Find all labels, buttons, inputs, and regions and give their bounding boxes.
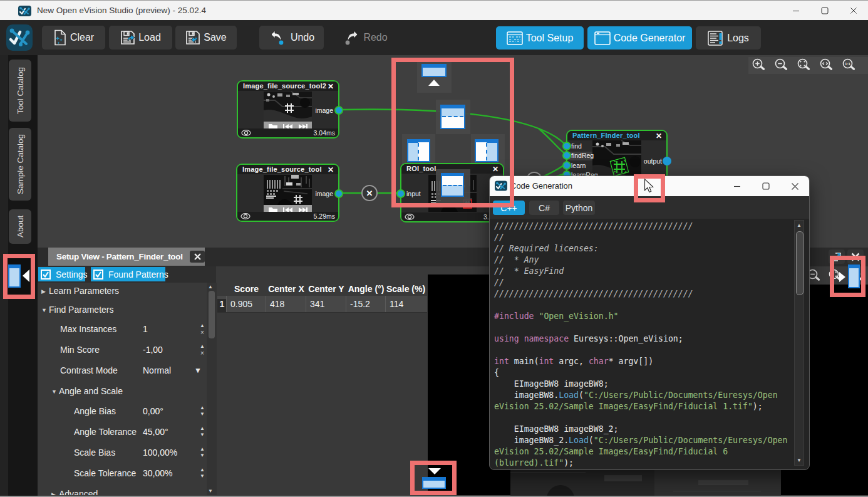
output-port[interactable]: [334, 189, 343, 198]
zoom-1:1-icon[interactable]: 1:1: [842, 58, 857, 73]
tool-setup-button[interactable]: Tool Setup: [496, 26, 584, 50]
window-minimize-button[interactable]: [782, 1, 810, 20]
spin-up-icon[interactable]: ▲: [200, 344, 205, 348]
redo-button[interactable]: Redo: [333, 26, 396, 50]
code-window-maximize-button[interactable]: [752, 176, 780, 196]
table-row[interactable]: 10.905418341-15.2114: [217, 296, 427, 313]
tree-row-value[interactable]: Normal: [143, 365, 171, 375]
table-header-scale[interactable]: Scale (%): [386, 284, 426, 294]
expand-arrow-icon[interactable]: ▶: [41, 288, 46, 295]
code-line: //: [494, 232, 787, 243]
tree-row-value[interactable]: 45,00°: [143, 427, 168, 437]
input-port[interactable]: [562, 142, 571, 150]
tree-row-angle-and-scale[interactable]: ▼Angle and Scale: [38, 385, 207, 399]
tree-row-learn-parameters[interactable]: ▶Learn Parameters: [38, 285, 207, 298]
spin-down-icon[interactable]: ▼: [200, 412, 205, 416]
node-close-icon[interactable]: ✕: [328, 82, 334, 91]
tree-row-find-parameters[interactable]: ▼Find Parameters: [38, 303, 207, 317]
tree-row-label: Min Score: [60, 345, 100, 355]
tree-row-max-instances[interactable]: Max Instances1▲×: [38, 323, 207, 337]
tree-row-min-score[interactable]: Min Score-1,00▲×: [38, 343, 207, 357]
sidebar-tab-sample-catalog[interactable]: Sample Catalog: [9, 128, 31, 201]
spin-down-icon[interactable]: ▼: [200, 474, 205, 478]
code-window-close-button[interactable]: [780, 176, 809, 196]
input-port[interactable]: [562, 151, 571, 160]
code-editor[interactable]: ////////////////////////////////////////…: [490, 219, 809, 469]
tree-scrollbar[interactable]: ▲ ▼: [207, 283, 217, 495]
tree-row-value[interactable]: 1: [143, 324, 148, 334]
node-image-file-source-tool2[interactable]: Image_file_source_tool2 ✕: [237, 80, 339, 139]
spin-up-icon[interactable]: ▲: [200, 468, 205, 472]
tree-row-value[interactable]: 30,00%: [143, 468, 172, 478]
tree-row-value[interactable]: -1,00: [143, 345, 163, 355]
window-close-button[interactable]: [839, 1, 868, 20]
visibility-eye-icon[interactable]: [240, 213, 251, 219]
scrollbar-thumb[interactable]: [796, 231, 803, 295]
setup-view-tab-close-button[interactable]: [190, 251, 205, 263]
disconnect-connection-button[interactable]: ✕: [361, 185, 378, 201]
table-header-angle[interactable]: Angle (°): [346, 284, 386, 294]
table-header-score[interactable]: Score: [227, 284, 266, 294]
clear-button[interactable]: Clear: [42, 26, 105, 50]
spin-up-icon[interactable]: ▲: [200, 426, 205, 431]
node-header[interactable]: Image_file_source_tool2 ✕: [238, 81, 338, 91]
toggle-found-patterns[interactable]: Found Patterns: [91, 267, 165, 281]
visibility-eye-icon[interactable]: [241, 130, 251, 136]
tree-row-value[interactable]: 100,00%: [143, 447, 177, 458]
spin-down-icon[interactable]: ▼: [200, 432, 205, 437]
zoom-out-icon[interactable]: [774, 58, 789, 73]
dropdown-arrow-icon[interactable]: ▼: [194, 366, 202, 375]
logs-button[interactable]: Logs: [696, 26, 761, 50]
sidebar-tab-tool-catalog[interactable]: Tool Catalog: [9, 60, 31, 122]
window-maximize-button[interactable]: [810, 1, 839, 20]
tree-row-contrast-mode[interactable]: Contrast ModeNormal▼: [38, 364, 207, 378]
tree-row-scale-bias[interactable]: Scale Bias100,00%▲▼: [38, 446, 207, 460]
node-close-icon[interactable]: ✕: [328, 165, 334, 174]
table-header-centery[interactable]: Center Y: [306, 284, 346, 294]
collapse-arrow-icon[interactable]: ▼: [51, 389, 57, 395]
clear-value-icon[interactable]: ×: [200, 330, 204, 335]
toggle-settings[interactable]: Settings: [38, 267, 85, 281]
scroll-up-icon[interactable]: ▲: [208, 284, 213, 290]
collapse-arrow-icon[interactable]: ▼: [41, 307, 47, 313]
scroll-down-icon[interactable]: ▼: [797, 458, 802, 463]
node-close-icon[interactable]: ✕: [656, 132, 662, 140]
tree-row-advanced[interactable]: ▶Advanced: [38, 488, 207, 495]
tree-row-scale-tolerance[interactable]: Scale Tolerance30,00%▲▼: [38, 467, 207, 481]
code-tab-c#[interactable]: C#: [529, 201, 559, 215]
zoom-in-icon[interactable]: [752, 58, 767, 73]
output-port[interactable]: [334, 106, 343, 115]
code-tab-python[interactable]: Python: [563, 201, 595, 215]
scrollbar-thumb[interactable]: [209, 291, 215, 338]
node-header[interactable]: Pattern_FInder_tool ✕: [567, 131, 666, 140]
clear-value-icon[interactable]: ×: [200, 351, 204, 355]
parameter-tree: ▶Learn Parameters▼Find ParametersMax Ins…: [38, 283, 207, 495]
expand-arrow-icon[interactable]: ▶: [51, 491, 56, 495]
output-port[interactable]: [663, 157, 671, 165]
setup-view-tab[interactable]: Setup View - Pattern_Finder_tool: [48, 248, 205, 266]
zoom-width-icon[interactable]: [819, 58, 834, 73]
visibility-eye-icon[interactable]: [405, 214, 415, 220]
node-header[interactable]: Image_file_source_tool ✕: [237, 165, 338, 174]
spin-down-icon[interactable]: ▼: [200, 453, 205, 458]
scroll-up-icon[interactable]: ▲: [797, 222, 802, 228]
code-generator-button[interactable]: Code Generator: [587, 26, 692, 50]
scroll-down-icon[interactable]: ▼: [208, 488, 213, 494]
code-scrollbar[interactable]: ▲ ▼: [794, 220, 804, 466]
spin-up-icon[interactable]: ▲: [200, 405, 205, 410]
spin-up-icon[interactable]: ▲: [200, 323, 205, 328]
load-button[interactable]: Load: [109, 26, 172, 50]
input-port-label: learn: [571, 162, 586, 169]
tree-row-angle-tolerance[interactable]: Angle Tolerance45,00°▲▼: [38, 426, 207, 439]
table-header-centerx[interactable]: Center X: [266, 284, 306, 294]
zoom-fit-icon[interactable]: [797, 58, 812, 73]
save-button[interactable]: Save: [175, 26, 237, 50]
node-image-file-source-tool[interactable]: Image_file_source_tool ✕: [236, 164, 339, 222]
spin-up-icon[interactable]: ▲: [200, 447, 205, 451]
tree-row-angle-bias[interactable]: Angle Bias0,00°▲▼: [38, 405, 207, 419]
code-window-minimize-button[interactable]: [723, 176, 752, 196]
undo-button[interactable]: Undo: [259, 26, 324, 50]
sidebar-tab-about[interactable]: About: [9, 209, 31, 244]
input-port[interactable]: [562, 161, 571, 170]
tree-row-value[interactable]: 0,00°: [143, 406, 163, 416]
